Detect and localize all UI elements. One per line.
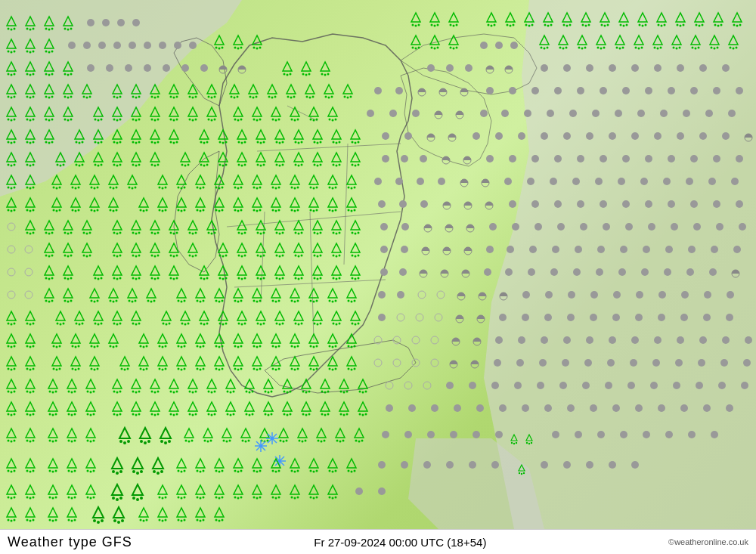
map-title: Weather type GFS: [8, 534, 132, 550]
svg-marker-0: [0, 0, 242, 197]
svg-line-4: [257, 144, 401, 151]
attribution-label: ©weatheronline.co.uk: [668, 537, 748, 546]
svg-line-9: [344, 144, 348, 265]
svg-marker-1: [484, 0, 756, 529]
weather-map: [0, 0, 756, 529]
svg-line-5: [227, 212, 401, 227]
svg-line-6: [234, 280, 386, 287]
map-container: [0, 0, 756, 529]
datetime-label: Fr 27-09-2024 00:00 UTC (18+54): [314, 536, 486, 549]
bottom-bar: Weather type GFS Fr 27-09-2024 00:00 UTC…: [0, 529, 756, 554]
